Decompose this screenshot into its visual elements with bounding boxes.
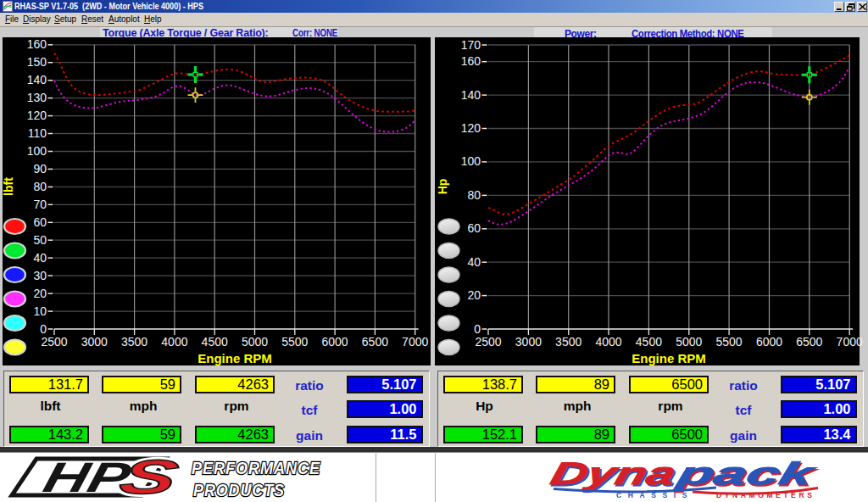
svg-text:2500: 2500 (475, 335, 501, 349)
svg-text:S: S (114, 453, 184, 502)
svg-text:0: 0 (474, 322, 481, 336)
svg-text:pack: pack (673, 456, 821, 491)
svg-text:5000: 5000 (242, 335, 268, 349)
svg-text:Hp: Hp (436, 179, 449, 195)
svg-text:160: 160 (461, 54, 481, 68)
svg-text:6500: 6500 (362, 335, 388, 349)
svg-text:60: 60 (33, 215, 47, 229)
svg-text:Engine RPM: Engine RPM (632, 351, 706, 365)
svg-text:20: 20 (467, 288, 481, 302)
svg-text:70: 70 (33, 198, 47, 211)
svg-text:3000: 3000 (81, 335, 108, 349)
svg-text:60: 60 (467, 221, 481, 235)
svg-text:170: 170 (461, 38, 481, 52)
svg-text:6000: 6000 (756, 335, 782, 349)
svg-text:20: 20 (33, 287, 47, 300)
svg-text:110: 110 (28, 126, 47, 140)
svg-text:5000: 5000 (676, 335, 702, 349)
svg-text:5500: 5500 (716, 335, 743, 349)
svg-text:130: 130 (27, 91, 47, 104)
svg-text:150: 150 (27, 55, 47, 69)
svg-text:10: 10 (33, 304, 47, 318)
svg-text:7000: 7000 (837, 335, 863, 349)
svg-text:Dyna: Dyna (548, 456, 680, 491)
svg-text:4000: 4000 (595, 335, 621, 349)
svg-text:0: 0 (40, 322, 47, 336)
svg-text:5500: 5500 (281, 335, 308, 349)
svg-text:lbft: lbft (2, 177, 15, 196)
svg-text:140: 140 (27, 73, 47, 86)
svg-text:6500: 6500 (796, 335, 822, 349)
svg-text:120: 120 (461, 121, 481, 135)
svg-text:100: 100 (461, 154, 481, 168)
svg-text:7000: 7000 (402, 335, 428, 349)
svg-text:4000: 4000 (161, 335, 187, 349)
svg-text:80: 80 (467, 188, 481, 202)
svg-text:2500: 2500 (41, 335, 67, 349)
svg-text:50: 50 (33, 233, 47, 247)
svg-text:100: 100 (27, 144, 47, 158)
svg-text:40: 40 (467, 255, 481, 269)
svg-text:4500: 4500 (202, 335, 228, 349)
svg-text:3000: 3000 (515, 335, 542, 349)
svg-text:6000: 6000 (322, 335, 348, 349)
svg-text:140: 140 (461, 88, 481, 102)
svg-text:4500: 4500 (636, 335, 662, 349)
svg-text:80: 80 (33, 180, 47, 193)
svg-text:40: 40 (33, 251, 47, 265)
svg-text:CHASSIS: CHASSIS (616, 491, 693, 499)
svg-text:30: 30 (33, 269, 47, 282)
svg-text:3500: 3500 (555, 335, 581, 349)
svg-text:PRODUCTS: PRODUCTS (193, 480, 285, 499)
svg-text:3500: 3500 (121, 335, 147, 349)
svg-text:DYNAMOMETERS: DYNAMOMETERS (716, 491, 815, 499)
svg-text:Engine RPM: Engine RPM (198, 351, 272, 365)
svg-text:120: 120 (27, 109, 47, 122)
svg-text:160: 160 (27, 37, 47, 51)
svg-text:PERFORMANCE: PERFORMANCE (192, 458, 320, 477)
svg-text:90: 90 (33, 162, 47, 176)
